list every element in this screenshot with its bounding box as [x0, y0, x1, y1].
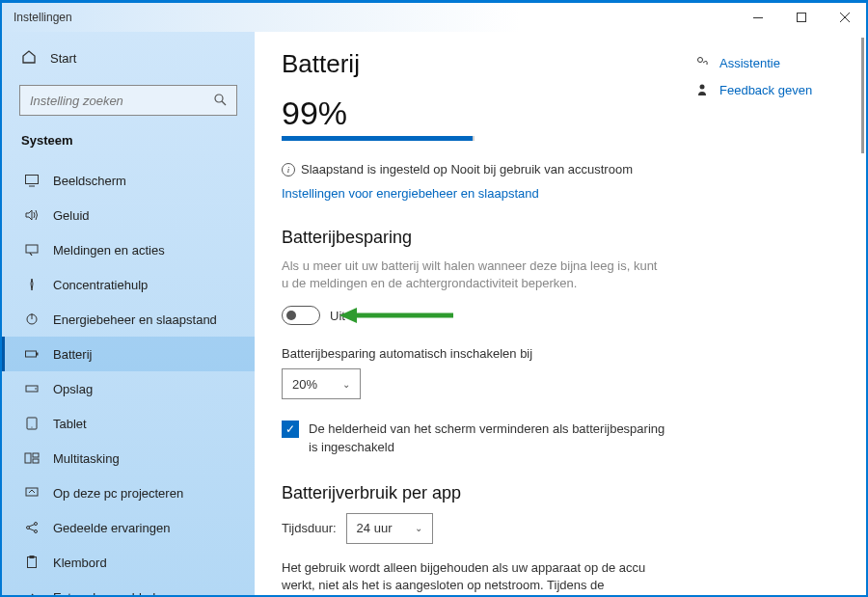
- help-aside: Assistentie Feedback geven: [694, 55, 839, 109]
- time-label: Tijdsduur:: [282, 521, 337, 535]
- notifications-icon: [24, 242, 40, 258]
- svg-line-25: [29, 529, 35, 531]
- svg-rect-19: [33, 459, 39, 463]
- power-settings-link[interactable]: Instellingen voor energiebeheer en slaap…: [282, 186, 839, 201]
- shared-icon: [24, 520, 40, 535]
- nav-item-project[interactable]: Op deze pc projecteren: [2, 475, 255, 510]
- multitasking-icon: [24, 450, 40, 466]
- usage-note: Het gebruik wordt alleen bijgehouden als…: [282, 559, 658, 595]
- svg-rect-11: [26, 351, 37, 357]
- main-content: Assistentie Feedback geven Batterij 99% …: [255, 32, 866, 595]
- feedback-link[interactable]: Feedback geven: [694, 82, 839, 97]
- nav-item-tablet[interactable]: Tablet: [2, 406, 255, 441]
- display-icon: [24, 173, 40, 188]
- saver-heading: Batterijbesparing: [282, 228, 839, 248]
- svg-point-28: [698, 58, 703, 63]
- svg-rect-0: [753, 17, 763, 18]
- svg-rect-18: [33, 453, 39, 457]
- saver-toggle[interactable]: [282, 306, 320, 325]
- usage-heading: Batterijverbruik per app: [282, 483, 839, 503]
- titlebar[interactable]: Instellingen: [2, 3, 866, 32]
- scrollbar[interactable]: [861, 38, 864, 153]
- svg-rect-12: [37, 353, 39, 356]
- help-icon: [694, 55, 710, 70]
- svg-line-5: [222, 101, 226, 105]
- project-icon: [24, 485, 40, 501]
- saver-description: Als u meer uit uw batterij wilt halen wa…: [282, 258, 658, 292]
- svg-rect-26: [28, 557, 37, 568]
- help-link[interactable]: Assistentie: [694, 55, 839, 70]
- svg-point-4: [215, 95, 223, 102]
- home-label: Start: [50, 51, 76, 66]
- battery-bar: [282, 136, 475, 141]
- time-value: 24 uur: [357, 521, 393, 535]
- brightness-label: De helderheid van het scherm verminderen…: [309, 421, 667, 455]
- info-icon: i: [282, 163, 295, 176]
- svg-point-29: [700, 85, 705, 90]
- nav-item-multitasking[interactable]: Multitasking: [2, 441, 255, 475]
- auto-on-value: 20%: [292, 377, 317, 392]
- nav-item-display[interactable]: Beeldscherm: [2, 163, 255, 198]
- nav-item-storage[interactable]: Opslag: [2, 371, 255, 406]
- nav-item-shared[interactable]: Gedeelde ervaringen: [2, 510, 255, 545]
- svg-rect-17: [25, 453, 31, 463]
- sleep-info-row: i Slaapstand is ingesteld op Nooit bij g…: [282, 162, 839, 176]
- sidebar: Start Systeem Beeldscherm Geluid Melding…: [2, 32, 255, 595]
- nav-item-sound[interactable]: Geluid: [2, 198, 255, 232]
- svg-marker-31: [339, 308, 357, 323]
- sleep-info-text: Slaapstand is ingesteld op Nooit bij geb…: [301, 162, 633, 176]
- nav-item-notifications[interactable]: Meldingen en acties: [2, 232, 255, 267]
- chevron-down-icon: ⌄: [342, 379, 350, 390]
- auto-on-select[interactable]: 20% ⌄: [282, 368, 361, 399]
- search-input[interactable]: [30, 94, 213, 108]
- home-icon: [21, 49, 37, 68]
- nav-item-clipboard[interactable]: Klembord: [2, 545, 255, 580]
- feedback-icon: [694, 82, 710, 97]
- tablet-icon: [24, 416, 40, 431]
- power-icon: [24, 312, 40, 327]
- svg-rect-6: [26, 176, 39, 184]
- nav-item-power[interactable]: Energiebeheer en slaapstand: [2, 302, 255, 337]
- nav-item-remote[interactable]: Extern bureaublad: [2, 580, 255, 595]
- annotation-arrow: [339, 305, 455, 326]
- home-button[interactable]: Start: [2, 40, 255, 77]
- close-button[interactable]: [823, 3, 866, 32]
- nav-item-focus[interactable]: Concentratiehulp: [2, 267, 255, 302]
- chevron-down-icon: ⌄: [415, 523, 422, 533]
- auto-on-label: Batterijbesparing automatisch inschakele…: [282, 346, 839, 361]
- brightness-checkbox[interactable]: ✓: [282, 421, 299, 438]
- nav-item-battery[interactable]: Batterij: [2, 337, 255, 371]
- focus-icon: [24, 277, 40, 292]
- svg-point-16: [31, 426, 32, 427]
- svg-line-24: [29, 525, 35, 528]
- sound-icon: [24, 207, 40, 223]
- maximize-button[interactable]: [779, 3, 823, 32]
- battery-icon: [24, 346, 40, 362]
- clipboard-icon: [24, 555, 40, 570]
- svg-rect-1: [797, 14, 805, 22]
- minimize-button[interactable]: [736, 3, 779, 32]
- category-label: Systeem: [2, 127, 255, 163]
- time-select[interactable]: 24 uur ⌄: [346, 513, 433, 544]
- svg-rect-20: [26, 488, 38, 496]
- window-title: Instellingen: [14, 11, 72, 24]
- search-icon: [213, 93, 227, 109]
- svg-rect-8: [26, 245, 38, 253]
- storage-icon: [24, 381, 40, 396]
- search-box[interactable]: [19, 85, 237, 116]
- svg-point-14: [35, 388, 37, 390]
- remote-icon: [24, 589, 40, 595]
- battery-bar-fill: [282, 136, 473, 141]
